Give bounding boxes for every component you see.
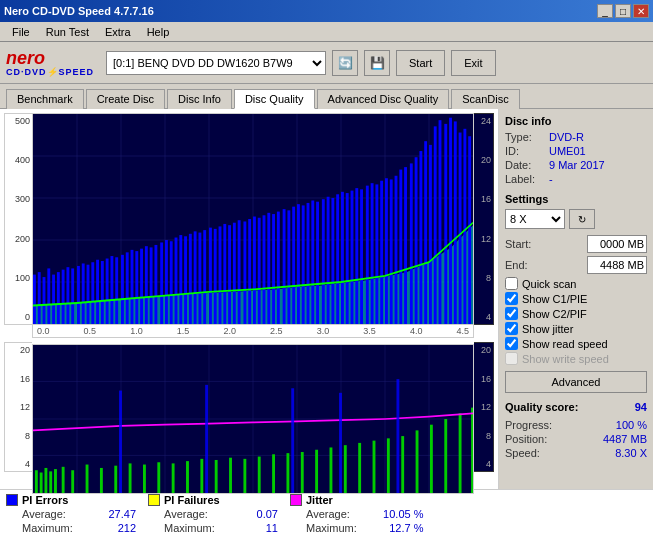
svg-rect-149	[459, 413, 462, 493]
svg-rect-137	[286, 453, 289, 493]
svg-rect-56	[238, 220, 241, 324]
svg-rect-155	[396, 379, 399, 493]
svg-rect-45	[184, 236, 187, 324]
lower-y-right-3: 8	[476, 431, 491, 441]
upper-y-right-2: 16	[476, 194, 491, 204]
svg-rect-121	[62, 467, 65, 493]
exit-button[interactable]: Exit	[451, 50, 495, 76]
svg-rect-47	[194, 231, 197, 324]
svg-rect-58	[248, 219, 251, 324]
svg-rect-54	[228, 225, 231, 324]
svg-rect-32	[121, 255, 124, 324]
tab-advanced-disc-quality[interactable]: Advanced Disc Quality	[317, 89, 450, 109]
svg-rect-62	[267, 213, 270, 324]
svg-rect-46	[189, 234, 192, 324]
pi-max-value: 212	[76, 522, 136, 534]
upper-y-left-4: 100	[7, 273, 30, 283]
main-content: 500 400 300 200 100 0	[0, 109, 653, 489]
pi-avg-value: 27.47	[76, 508, 136, 520]
jitter-max: Maximum: 12.7 %	[290, 522, 423, 534]
write-speed-checkbox[interactable]	[505, 352, 518, 365]
svg-rect-29	[106, 259, 109, 324]
tab-benchmark[interactable]: Benchmark	[6, 89, 84, 109]
menu-run-test[interactable]: Run Test	[38, 24, 97, 40]
svg-rect-75	[331, 198, 334, 324]
refresh-button[interactable]: 🔄	[332, 50, 358, 76]
tab-create-disc[interactable]: Create Disc	[86, 89, 165, 109]
upper-y-left-0: 500	[7, 116, 30, 126]
tab-disc-quality[interactable]: Disc Quality	[234, 89, 315, 109]
svg-rect-151	[119, 391, 122, 493]
pi-errors-avg: Average: 27.47	[6, 508, 136, 520]
drive-selector[interactable]: [0:1] BENQ DVD DD DW1620 B7W9	[106, 51, 326, 75]
svg-rect-50	[209, 228, 212, 324]
upper-y-left-1: 400	[7, 155, 30, 165]
tab-bar: Benchmark Create Disc Disc Info Disc Qua…	[0, 84, 653, 109]
end-mb-row: End:	[505, 256, 647, 274]
pif-avg-label: Average:	[164, 508, 208, 520]
svg-rect-85	[380, 181, 383, 324]
svg-rect-143	[373, 441, 376, 493]
svg-rect-82	[366, 186, 369, 324]
svg-rect-146	[416, 430, 419, 493]
svg-rect-72	[316, 202, 319, 324]
menu-help[interactable]: Help	[139, 24, 178, 40]
svg-rect-53	[223, 224, 226, 324]
svg-rect-35	[135, 251, 138, 324]
svg-rect-139	[315, 450, 318, 493]
lower-y-right-2: 12	[476, 402, 491, 412]
tab-scan-disc[interactable]: ScanDisc	[451, 89, 519, 109]
read-speed-checkbox[interactable]	[505, 337, 518, 350]
svg-rect-154	[339, 393, 342, 493]
end-input[interactable]	[587, 256, 647, 274]
lower-y-left-1: 16	[7, 374, 30, 384]
svg-rect-88	[395, 176, 398, 324]
start-button[interactable]: Start	[396, 50, 445, 76]
svg-rect-64	[277, 212, 280, 324]
label-value: -	[549, 173, 553, 185]
svg-rect-68	[297, 204, 300, 324]
svg-rect-40	[160, 242, 163, 324]
svg-rect-98	[444, 124, 447, 324]
close-button[interactable]: ✕	[633, 4, 649, 18]
speed-refresh-button[interactable]: ↻	[569, 209, 595, 229]
advanced-button[interactable]: Advanced	[505, 371, 647, 393]
speed-selector[interactable]: 8 X Max 4 X	[505, 209, 565, 229]
date-value: 9 Mar 2017	[549, 159, 605, 171]
svg-rect-150	[471, 408, 473, 493]
minimize-button[interactable]: _	[597, 4, 613, 18]
svg-rect-141	[344, 445, 347, 493]
lower-y-left-3: 8	[7, 431, 30, 441]
lower-y-right-0: 20	[476, 345, 491, 355]
svg-rect-132	[215, 460, 218, 493]
id-value: UME01	[549, 145, 586, 157]
menu-file[interactable]: File	[4, 24, 38, 40]
upper-y-right-3: 12	[476, 234, 491, 244]
maximize-button[interactable]: □	[615, 4, 631, 18]
svg-rect-129	[172, 463, 175, 493]
start-input[interactable]	[587, 235, 647, 253]
tab-disc-info[interactable]: Disc Info	[167, 89, 232, 109]
svg-rect-23	[77, 266, 80, 324]
svg-rect-117	[40, 473, 43, 493]
lower-y-right-1: 16	[476, 374, 491, 384]
quick-scan-checkbox[interactable]	[505, 277, 518, 290]
c1pie-checkbox[interactable]	[505, 292, 518, 305]
svg-rect-33	[126, 252, 129, 324]
disc-type-row: Type: DVD-R	[505, 131, 647, 143]
jitter-checkbox[interactable]	[505, 322, 518, 335]
toolbar: nero CD·DVD⚡SPEED [0:1] BENQ DVD DD DW16…	[0, 42, 653, 84]
svg-rect-21	[66, 267, 69, 324]
svg-rect-136	[272, 454, 275, 493]
menu-extra[interactable]: Extra	[97, 24, 139, 40]
svg-rect-17	[47, 268, 50, 324]
c2pif-checkbox[interactable]	[505, 307, 518, 320]
title-text: Nero CD-DVD Speed 4.7.7.16	[4, 5, 154, 17]
svg-rect-84	[375, 184, 378, 324]
save-button[interactable]: 💾	[364, 50, 390, 76]
disc-date-row: Date: 9 Mar 2017	[505, 159, 647, 171]
svg-rect-123	[86, 465, 89, 493]
date-label: Date:	[505, 159, 545, 171]
svg-rect-31	[115, 257, 118, 324]
jitter-max-value: 12.7 %	[363, 522, 423, 534]
